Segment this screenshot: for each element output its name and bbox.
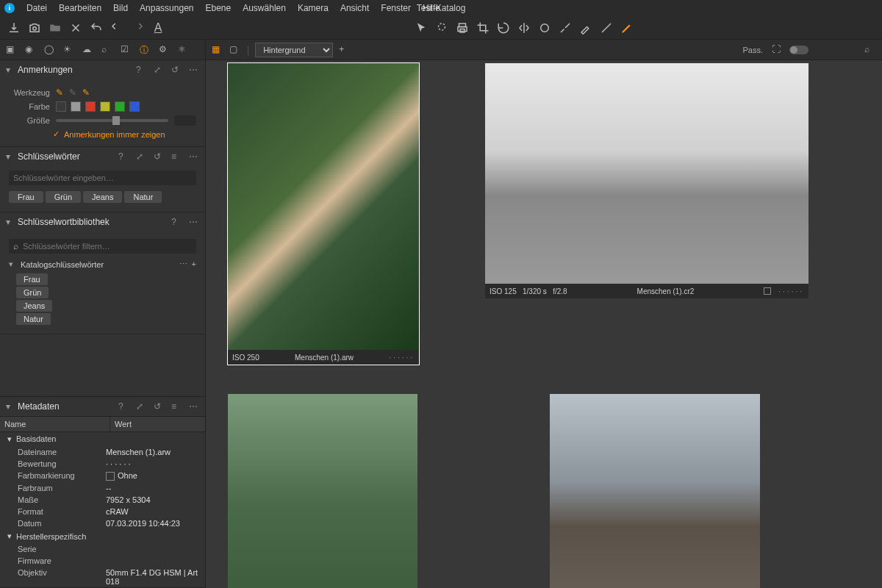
grid-view-icon[interactable]: ▦ — [212, 44, 223, 56]
color-swatch[interactable] — [71, 101, 81, 112]
gradient-tool-icon[interactable] — [600, 21, 613, 35]
layer-select[interactable]: Hintergrund — [255, 43, 333, 57]
list-icon[interactable]: ≡ — [171, 151, 182, 162]
close-icon[interactable] — [69, 21, 82, 35]
help-icon[interactable]: ? — [118, 401, 129, 412]
tab-info-icon[interactable]: ⓘ — [140, 44, 151, 56]
add-layer-icon[interactable]: + — [339, 44, 351, 56]
more-icon[interactable]: ⋯ — [189, 65, 199, 75]
pointer-tool-icon[interactable] — [415, 21, 428, 35]
search-icon[interactable]: ⌕ — [864, 44, 876, 56]
expand-icon[interactable]: ⤢ — [154, 65, 164, 75]
chevron-down-icon[interactable]: ▾ — [9, 259, 16, 269]
reset-icon[interactable]: ↺ — [154, 151, 164, 162]
color-swatch[interactable] — [56, 101, 66, 112]
help-icon[interactable]: ? — [171, 217, 182, 227]
thumb-rating[interactable]: ······ — [778, 287, 804, 295]
tab-share-icon[interactable]: ⚛ — [178, 44, 190, 56]
color-swatch[interactable] — [115, 101, 125, 112]
size-value[interactable] — [174, 115, 196, 126]
menu-datei[interactable]: Datei — [21, 1, 53, 15]
filter-toggle[interactable] — [789, 46, 808, 54]
tab-camera-icon[interactable]: ◉ — [25, 44, 37, 56]
menu-ebene[interactable]: Ebene — [199, 1, 237, 15]
add-icon[interactable]: + — [192, 259, 196, 269]
thumbnail-card[interactable]: ISO 250Menschen (1).arw······ — [228, 63, 419, 365]
help-icon[interactable]: ? — [136, 65, 146, 75]
chevron-down-icon[interactable]: ▾ — [7, 434, 12, 444]
thumbnail-card[interactable]: ISO 125 1/320 s f/2.8Menschen (1).cr2···… — [485, 63, 808, 365]
keywords-input[interactable] — [9, 171, 196, 185]
color-swatch[interactable] — [85, 101, 96, 112]
camera-icon[interactable] — [28, 21, 41, 35]
menu-kamera[interactable]: Kamera — [292, 1, 334, 15]
thumbnail-card[interactable] — [228, 394, 417, 588]
keyword-tag[interactable]: Jeans — [83, 191, 122, 203]
more-icon[interactable]: ⋯ — [189, 401, 199, 412]
menu-bearbeiten[interactable]: Bearbeiten — [53, 1, 107, 15]
color-swatch[interactable] — [129, 101, 140, 112]
filter-icon[interactable]: ⛶ — [772, 44, 784, 56]
reset-icon[interactable]: ↺ — [154, 401, 164, 412]
library-filter-input[interactable] — [23, 242, 192, 251]
undo-all-icon[interactable] — [90, 21, 103, 35]
more-icon[interactable]: ⋯ — [189, 151, 199, 162]
menu-anpassungen[interactable]: Anpassungen — [134, 1, 199, 15]
menu-fenster[interactable]: Fenster — [375, 1, 417, 15]
pencil-active-icon[interactable]: ✎ — [82, 87, 90, 98]
redo-icon[interactable] — [131, 21, 144, 35]
crop-tool-icon[interactable] — [476, 21, 490, 35]
always-show-check[interactable]: ✓ Anmerkungen immer zeigen — [53, 129, 196, 139]
color-label-box[interactable] — [764, 287, 771, 295]
chevron-down-icon[interactable]: ▾ — [6, 401, 13, 412]
undo-icon[interactable] — [110, 21, 123, 35]
library-tag[interactable]: Jeans — [16, 300, 52, 312]
more-icon[interactable]: ⋯ — [179, 259, 187, 269]
keyword-tag[interactable]: Natur — [124, 191, 162, 203]
tab-circle-icon[interactable]: ◯ — [44, 44, 56, 56]
color-swatch[interactable] — [100, 101, 110, 112]
menu-auswählen[interactable]: Auswählen — [237, 1, 292, 15]
eyedropper-tool-icon[interactable] — [579, 21, 592, 35]
library-tag[interactable]: Frau — [16, 273, 48, 285]
chevron-down-icon[interactable]: ▾ — [7, 531, 12, 541]
chevron-down-icon[interactable]: ▾ — [6, 217, 13, 227]
chevron-down-icon[interactable]: ▾ — [6, 151, 13, 162]
keyword-tag[interactable]: Grün — [46, 191, 81, 203]
lasso-tool-icon[interactable] — [435, 21, 448, 35]
help-icon[interactable]: ? — [118, 151, 129, 162]
expand-icon[interactable]: ⤢ — [136, 401, 146, 412]
folder-open-icon[interactable] — [49, 21, 62, 35]
tab-folder-icon[interactable]: ▣ — [6, 44, 18, 56]
text-tool-icon[interactable]: A — [151, 21, 165, 35]
pencil-alt-icon[interactable]: ✎ — [69, 87, 76, 98]
thumbnail-card[interactable] — [550, 394, 760, 588]
tab-sun-icon[interactable]: ☀ — [63, 44, 75, 56]
library-tag[interactable]: Grün — [16, 287, 49, 298]
chevron-down-icon[interactable]: ▾ — [6, 65, 13, 75]
reset-icon[interactable]: ↺ — [171, 65, 182, 75]
tab-cloud-icon[interactable]: ☁ — [82, 44, 94, 56]
single-view-icon[interactable]: ▢ — [229, 44, 241, 56]
more-icon[interactable]: ⋯ — [189, 217, 199, 227]
tab-gear-icon[interactable]: ⚙ — [159, 44, 171, 56]
shape-tool-icon[interactable] — [538, 21, 551, 35]
expand-icon[interactable]: ⤢ — [136, 151, 146, 162]
thumb-rating[interactable]: ······ — [389, 354, 415, 362]
mirror-tool-icon[interactable] — [517, 21, 531, 35]
menu-ansicht[interactable]: Ansicht — [334, 1, 375, 15]
menu-bild[interactable]: Bild — [107, 1, 134, 15]
edit-tool-icon[interactable] — [620, 21, 634, 35]
download-icon[interactable] — [7, 21, 21, 35]
size-slider[interactable] — [56, 119, 168, 122]
tab-check-icon[interactable]: ☑ — [121, 44, 132, 56]
checkbox-icon[interactable] — [106, 472, 115, 481]
rotate-tool-icon[interactable] — [497, 21, 510, 35]
keyword-tag[interactable]: Frau — [9, 191, 43, 203]
brush-tool-icon[interactable] — [559, 21, 572, 35]
list-icon[interactable]: ≡ — [171, 401, 182, 412]
pencil-icon[interactable]: ✎ — [56, 87, 63, 98]
library-tag[interactable]: Natur — [16, 313, 51, 325]
tab-search-icon[interactable]: ⌕ — [101, 44, 113, 56]
print-icon[interactable] — [456, 21, 469, 35]
